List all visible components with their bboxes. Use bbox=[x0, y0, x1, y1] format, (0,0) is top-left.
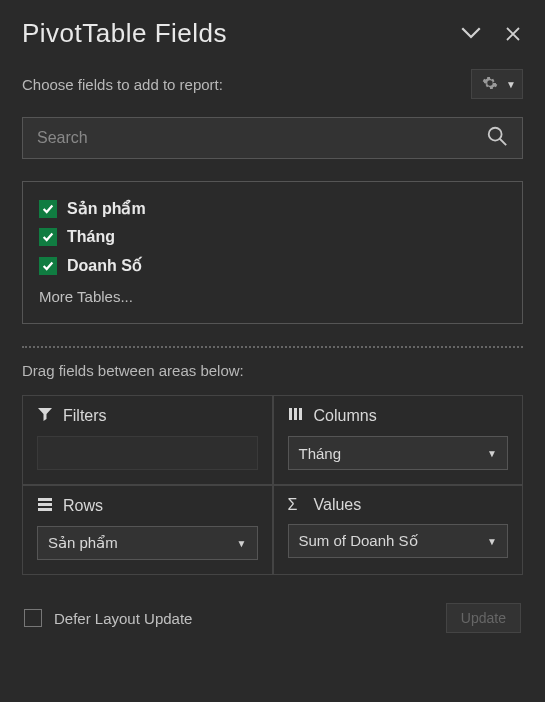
collapse-icon[interactable] bbox=[461, 24, 481, 44]
panel-footer: Defer Layout Update Update bbox=[22, 603, 523, 633]
values-item-label: Sum of Doanh Số bbox=[299, 532, 418, 550]
update-button[interactable]: Update bbox=[446, 603, 521, 633]
svg-rect-2 bbox=[289, 408, 292, 420]
gear-icon bbox=[482, 75, 498, 94]
rows-header: Rows bbox=[37, 496, 258, 516]
filters-area[interactable]: Filters bbox=[23, 396, 273, 485]
svg-point-0 bbox=[489, 128, 502, 141]
svg-rect-6 bbox=[38, 503, 52, 506]
more-tables-link[interactable]: More Tables... bbox=[39, 280, 506, 309]
values-heading-label: Values bbox=[314, 496, 362, 514]
checkbox-checked-icon[interactable] bbox=[39, 257, 57, 275]
dropdown-caret-icon: ▼ bbox=[237, 538, 247, 549]
close-icon[interactable] bbox=[503, 24, 523, 44]
panel-header: PivotTable Fields bbox=[22, 18, 523, 49]
panel-title: PivotTable Fields bbox=[22, 18, 227, 49]
rows-heading-label: Rows bbox=[63, 497, 103, 515]
values-drop-slot[interactable]: Sum of Doanh Số ▼ bbox=[288, 524, 509, 558]
columns-heading-label: Columns bbox=[314, 407, 377, 425]
field-label: Sản phẩm bbox=[67, 199, 146, 218]
choose-fields-row: Choose fields to add to report: ▼ bbox=[22, 69, 523, 99]
divider bbox=[22, 346, 523, 348]
defer-layout-checkbox[interactable]: Defer Layout Update bbox=[24, 609, 192, 627]
search-icon bbox=[486, 125, 508, 151]
rows-item-label: Sản phẩm bbox=[48, 534, 118, 552]
columns-area[interactable]: Columns Tháng ▼ bbox=[273, 396, 523, 485]
field-label: Tháng bbox=[67, 228, 115, 246]
settings-button[interactable]: ▼ bbox=[471, 69, 523, 99]
rows-icon bbox=[37, 496, 53, 516]
checkbox-unchecked-icon[interactable] bbox=[24, 609, 42, 627]
dropdown-caret-icon: ▼ bbox=[506, 79, 516, 90]
sigma-icon: Σ bbox=[288, 497, 304, 513]
svg-rect-5 bbox=[38, 498, 52, 501]
svg-line-1 bbox=[500, 139, 506, 145]
columns-header: Columns bbox=[288, 406, 509, 426]
svg-rect-7 bbox=[38, 508, 52, 511]
rows-area[interactable]: Rows Sản phẩm ▼ bbox=[23, 485, 273, 574]
rows-drop-slot[interactable]: Sản phẩm ▼ bbox=[37, 526, 258, 560]
choose-fields-label: Choose fields to add to report: bbox=[22, 76, 223, 93]
search-input[interactable] bbox=[37, 129, 486, 147]
checkbox-checked-icon[interactable] bbox=[39, 200, 57, 218]
field-item-san-pham[interactable]: Sản phẩm bbox=[39, 194, 506, 223]
field-list: Sản phẩm Tháng Doanh Số More Tables... bbox=[22, 181, 523, 324]
search-bar[interactable] bbox=[22, 117, 523, 159]
svg-rect-3 bbox=[294, 408, 297, 420]
values-header: Σ Values bbox=[288, 496, 509, 514]
filters-header: Filters bbox=[37, 406, 258, 426]
filters-heading-label: Filters bbox=[63, 407, 107, 425]
field-item-thang[interactable]: Tháng bbox=[39, 223, 506, 251]
columns-icon bbox=[288, 406, 304, 426]
filter-icon bbox=[37, 406, 53, 426]
field-label: Doanh Số bbox=[67, 256, 142, 275]
columns-item-label: Tháng bbox=[299, 445, 342, 462]
header-icons bbox=[461, 24, 523, 44]
layout-areas: Filters Columns Tháng ▼ Rows Sản phẩm ▼ bbox=[22, 395, 523, 575]
checkbox-checked-icon[interactable] bbox=[39, 228, 57, 246]
svg-rect-4 bbox=[299, 408, 302, 420]
field-item-doanh-so[interactable]: Doanh Số bbox=[39, 251, 506, 280]
columns-drop-slot[interactable]: Tháng ▼ bbox=[288, 436, 509, 470]
pivottable-fields-panel: PivotTable Fields Choose fields to add t… bbox=[0, 0, 545, 651]
dropdown-caret-icon: ▼ bbox=[487, 448, 497, 459]
filters-drop-slot[interactable] bbox=[37, 436, 258, 470]
dropdown-caret-icon: ▼ bbox=[487, 536, 497, 547]
drag-areas-label: Drag fields between areas below: bbox=[22, 362, 523, 379]
values-area[interactable]: Σ Values Sum of Doanh Số ▼ bbox=[273, 485, 523, 574]
defer-layout-label: Defer Layout Update bbox=[54, 610, 192, 627]
